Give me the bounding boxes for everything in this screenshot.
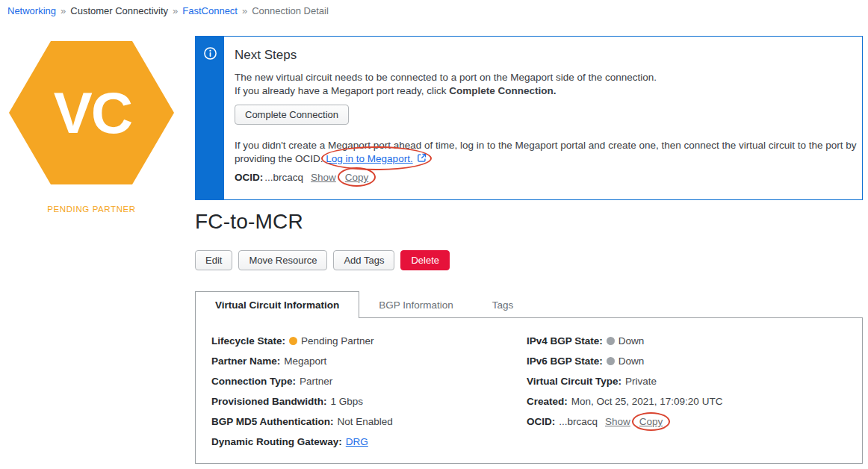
detail-label: Connection Type: xyxy=(211,376,296,387)
detail-row-virtual-circuit-type: Virtual Circuit Type:Private xyxy=(527,376,722,387)
detail-row-ocid: OCID:...brcacqShowCopy xyxy=(527,417,722,427)
detail-row-dynamic-routing-gateway: Dynamic Routing Gateway:DRG xyxy=(211,437,393,447)
hexagon-label: VC xyxy=(54,80,132,146)
action-buttons-row: EditMove ResourceAdd TagsDelete xyxy=(195,250,450,270)
line2-bold-text: Complete Connection. xyxy=(449,85,556,96)
detail-value: Private xyxy=(625,376,657,387)
detail-row-lifecycle-state: Lifecycle State:Pending Partner xyxy=(211,336,393,347)
detail-label: Provisioned Bandwidth: xyxy=(211,396,327,407)
detail-row-connection-type: Connection Type:Partner xyxy=(211,376,393,387)
next-steps-banner: Next Steps The new virtual circuit needs… xyxy=(195,36,863,200)
ocid-value: ...brcacq xyxy=(264,172,303,183)
detail-row-ipv6-bgp-state: IPv6 BGP State:Down xyxy=(527,356,722,367)
login-link-group: Log in to Megaport. xyxy=(326,152,426,166)
next-steps-text-line2: If you already have a Megaport port read… xyxy=(235,84,857,98)
detail-label: BGP MD5 Authentication: xyxy=(211,416,334,427)
detail-show-link[interactable]: Show xyxy=(605,416,630,427)
detail-label: Dynamic Routing Gateway: xyxy=(211,436,342,447)
complete-connection-button[interactable]: Complete Connection xyxy=(235,105,349,125)
breadcrumb-item-networking[interactable]: Networking xyxy=(7,5,56,16)
page-title: FC-to-MCR xyxy=(195,210,303,234)
next-steps-text-line4: providing the OCID. Log in to Megaport. xyxy=(235,152,857,166)
detail-row-provisioned-bandwidth: Provisioned Bandwidth:1 Gbps xyxy=(211,397,393,407)
detail-label: Virtual Circuit Type: xyxy=(527,376,621,387)
detail-row-partner-name: Partner Name:Megaport xyxy=(211,356,393,367)
ocid-show-link[interactable]: Show xyxy=(311,172,336,183)
add-tags-button[interactable]: Add Tags xyxy=(333,250,394,270)
breadcrumb-separator: » xyxy=(61,5,66,16)
banner-ocid-row: OCID:...brcacqShowCopy xyxy=(235,172,857,183)
delete-button[interactable]: Delete xyxy=(400,250,450,270)
next-steps-text-line1: The new virtual circuit needs to be conn… xyxy=(235,71,857,84)
external-link-icon xyxy=(417,153,427,163)
detail-value: Partner xyxy=(300,376,332,387)
tab-bgp-information[interactable]: BGP Information xyxy=(359,291,473,318)
breadcrumb-separator: » xyxy=(242,5,247,16)
breadcrumb-item-customer-connectivity: Customer Connectivity xyxy=(70,5,168,16)
detail-row-ipv4-bgp-state: IPv4 BGP State:Down xyxy=(527,336,722,347)
virtual-circuit-information-panel: Lifecycle State:Pending PartnerPartner N… xyxy=(195,317,863,464)
detail-value: Megaport xyxy=(284,355,326,367)
breadcrumb-separator: » xyxy=(173,5,178,16)
info-icon xyxy=(203,46,217,60)
details-column-right: IPv4 BGP State:DownIPv6 BGP State:DownVi… xyxy=(527,336,722,437)
ocid-label: OCID: xyxy=(235,172,263,183)
line2-prefix-text: If you already have a Megaport port read… xyxy=(235,85,449,96)
breadcrumb-item-connection-detail: Connection Detail xyxy=(252,5,329,16)
next-steps-content: Next Steps The new virtual circuit needs… xyxy=(224,37,868,199)
breadcrumb-item-fastconnect[interactable]: FastConnect xyxy=(182,5,238,16)
tab-virtual-circuit-information[interactable]: Virtual Circuit Information xyxy=(195,291,359,318)
log-in-to-megaport-link[interactable]: Log in to Megaport. xyxy=(326,153,412,164)
detail-label: Partner Name: xyxy=(211,355,280,367)
details-column-left: Lifecycle State:Pending PartnerPartner N… xyxy=(211,336,393,457)
tab-bar: Virtual Circuit InformationBGP Informati… xyxy=(195,291,533,318)
edit-button[interactable]: Edit xyxy=(195,250,232,270)
detail-value: Pending Partner xyxy=(301,335,374,347)
ocid-copy-group: Copy xyxy=(345,172,369,183)
drg-link[interactable]: DRG xyxy=(346,436,368,447)
status-dot-icon xyxy=(289,337,297,345)
detail-copy-link[interactable]: Copy xyxy=(639,416,663,427)
detail-label: IPv6 BGP State: xyxy=(527,355,603,367)
status-dot-icon xyxy=(607,337,615,345)
detail-value: Mon, Oct 25, 2021, 17:09:20 UTC xyxy=(571,396,723,407)
next-steps-text-line3: If you didn't create a Megaport port ahe… xyxy=(235,139,857,152)
next-steps-title: Next Steps xyxy=(235,47,857,63)
tab-tags[interactable]: Tags xyxy=(473,291,533,318)
detail-value: Down xyxy=(619,355,645,367)
detail-label: IPv4 BGP State: xyxy=(527,335,603,347)
detail-value: 1 Gbps xyxy=(331,396,364,407)
next-steps-paragraph-1: The new virtual circuit needs to be conn… xyxy=(235,71,857,98)
detail-label: OCID: xyxy=(527,416,555,427)
lifecycle-status-label: PENDING PARTNER xyxy=(9,205,174,214)
detail-value: ...brcacq xyxy=(559,416,598,427)
detail-row-created: Created:Mon, Oct 25, 2021, 17:09:20 UTC xyxy=(527,397,722,407)
resource-badge: VC PENDING PARTNER xyxy=(9,41,174,214)
status-dot-icon xyxy=(607,357,615,365)
breadcrumb: Networking»Customer Connectivity»FastCon… xyxy=(7,5,329,16)
detail-copy-group: Copy xyxy=(639,417,663,427)
info-banner-strip xyxy=(196,37,224,199)
detail-label: Lifecycle State: xyxy=(211,335,285,347)
ocid-instruction-text: providing the OCID. xyxy=(235,153,326,164)
detail-row-bgp-md5-authentication: BGP MD5 Authentication:Not Enabled xyxy=(211,417,393,427)
move-resource-button[interactable]: Move Resource xyxy=(238,250,327,270)
detail-label: Created: xyxy=(527,396,568,407)
detail-value: Down xyxy=(619,335,645,347)
next-steps-paragraph-2: If you didn't create a Megaport port ahe… xyxy=(235,139,857,166)
ocid-copy-link[interactable]: Copy xyxy=(345,172,369,183)
vc-hexagon-icon: VC xyxy=(9,41,174,184)
detail-value: Not Enabled xyxy=(338,416,393,427)
